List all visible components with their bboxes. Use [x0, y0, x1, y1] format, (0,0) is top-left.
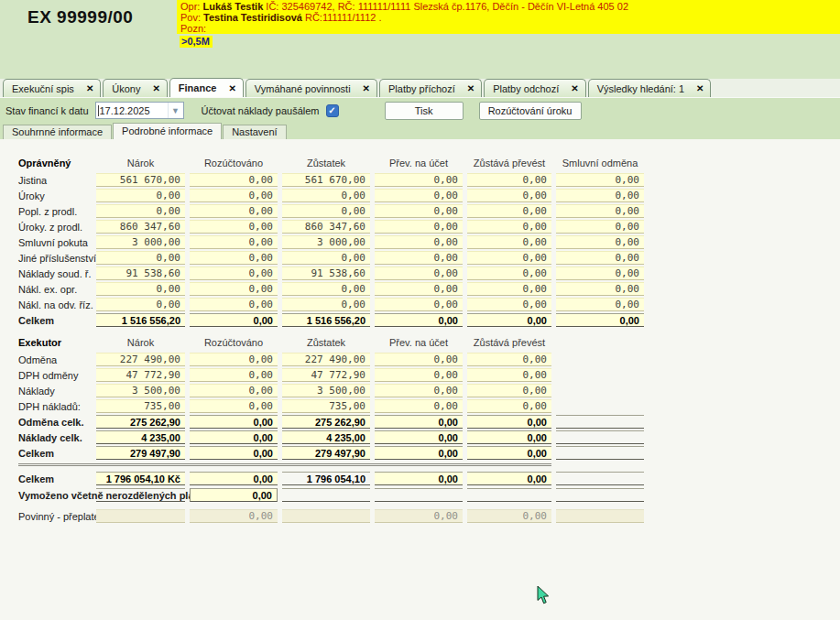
tab-4[interactable]: Platby příchozí✕: [379, 79, 482, 97]
column-header: Zůstatek: [282, 337, 370, 348]
row-label: Náklady soud. ř.: [18, 268, 92, 279]
tab-close-icon[interactable]: ✕: [228, 83, 235, 93]
value-cell: 275 262,90: [96, 415, 185, 429]
table-row: Smluvní pokuta3 000,000,003 000,000,000,…: [18, 234, 644, 250]
header-row: OprávněnýNárokRozúčtovánoZůstatekPřev. n…: [18, 156, 644, 169]
value-cell: 0,00: [375, 509, 463, 523]
table-row: Odměna227 490,000,00227 490,000,000,00: [18, 352, 644, 367]
paushal-checkbox[interactable]: ✓: [326, 104, 339, 117]
table-row: Náklady celk.4 235,000,004 235,000,000,0…: [18, 430, 644, 445]
value-cell: 3 500,00: [282, 384, 370, 397]
print-button[interactable]: Tisk: [385, 102, 464, 120]
interest-allocation-button[interactable]: Rozúčtování úroku: [479, 102, 582, 120]
row-label: Nákl. na odv. říz.: [18, 299, 92, 310]
value-cell: 0,00: [96, 298, 185, 311]
row-label: Náklady celk.: [18, 432, 92, 443]
section-divider: [18, 463, 551, 466]
value-cell: 1 516 556,20: [96, 313, 185, 327]
table-row: DPH nákladů:735,000,00735,000,000,00: [18, 398, 644, 414]
tab-close-icon[interactable]: ✕: [571, 83, 578, 93]
tab-3[interactable]: Vymáhané povinnosti✕: [245, 79, 377, 97]
value-cell: 47 772,90: [96, 368, 185, 382]
subtab-2[interactable]: Nastavení: [223, 125, 287, 139]
table-row: Nákl. ex. opr.0,000,000,000,000,000,00: [18, 281, 644, 297]
subtab-0[interactable]: Souhrnné informace: [3, 125, 112, 139]
row-label: Úroky: [18, 190, 92, 201]
value-cell: 860 347,60: [282, 220, 370, 234]
tab-2[interactable]: Finance✕: [169, 78, 244, 97]
tab-bar: Exekuční spis✕Úkony✕Finance✕Vymáhané pov…: [0, 79, 840, 98]
table-row: Úroky0,000,000,000,000,000,00: [18, 188, 644, 203]
table-row: Nákl. na odv. říz.0,000,000,000,000,000,…: [18, 297, 644, 312]
row-label: Odměna: [18, 354, 92, 365]
value-cell: 0,00: [375, 415, 463, 429]
value-cell: 0,00: [467, 204, 551, 218]
value-cell: 0,00: [375, 313, 463, 327]
section-summary: Celkem1 796 054,10 Kč0,001 796 054,100,0…: [18, 471, 644, 524]
value-cell: 0,00: [96, 282, 185, 296]
row-label: Nákl. ex. opr.: [18, 284, 92, 295]
section-title: Exekutor: [18, 337, 92, 348]
value-cell: 0,00: [467, 368, 551, 382]
value-cell: 0,00: [467, 173, 551, 187]
value-cell: 0,00: [467, 399, 551, 413]
value-cell: 0,00: [467, 220, 551, 234]
table-row: Celkem1 516 556,200,001 516 556,200,000,…: [18, 312, 644, 328]
opr-name: Lukáš Testik: [202, 1, 263, 12]
value-cell: 0,00: [375, 399, 463, 413]
value-cell: 0,00: [467, 353, 551, 366]
value-cell: 0,00: [190, 472, 278, 485]
date-input[interactable]: 17.12.2025 ▼: [95, 102, 184, 119]
value-cell: 0,00: [467, 313, 551, 327]
value-cell: 0,00: [96, 204, 185, 218]
tab-0[interactable]: Exekuční spis✕: [3, 79, 101, 97]
value-cell: 0,00: [467, 415, 551, 429]
header-band: EX 99999/00 Opr: Lukáš Testik IČ: 325469…: [0, 0, 840, 79]
column-header: Zůstává převést: [467, 337, 551, 348]
value-cell: 0,00: [375, 298, 463, 311]
value-cell: 0,00: [282, 282, 370, 296]
column-header: Nárok: [96, 337, 185, 348]
value-cell: 91 538,60: [96, 266, 185, 280]
value-cell: 91 538,60: [282, 266, 370, 280]
value-cell: 4 235,00: [282, 430, 370, 444]
value-cell: 4 235,00: [96, 430, 185, 444]
value-cell: 0,00: [190, 282, 278, 296]
value-cell: 3 500,00: [96, 384, 185, 397]
value-cell: 0,00: [190, 399, 278, 413]
subtab-bar: Souhrnné informacePodrobné informaceNast…: [0, 123, 840, 139]
tab-label: Finance: [179, 82, 217, 93]
tab-close-icon[interactable]: ✕: [467, 83, 475, 93]
value-cell: 0,00: [467, 446, 551, 460]
date-dropdown-button[interactable]: ▼: [168, 103, 183, 118]
row-label: DPH nákladů:: [18, 401, 92, 412]
value-cell: 0,00: [375, 384, 463, 397]
table-row: Jistina561 670,000,00561 670,000,000,000…: [18, 172, 644, 188]
finance-page: { "colors": { "band_green": "#d4e6c5", "…: [0, 0, 840, 620]
value-cell: 0,00: [375, 353, 463, 366]
tab-label: Vymáhané povinnosti: [255, 83, 351, 94]
value-cell: 0,00: [467, 189, 551, 202]
pozn-line: Pozn:: [180, 23, 836, 34]
subtab-1[interactable]: Podrobné informace: [113, 123, 222, 139]
finance-toolbar: Stav financí k datu 17.12.2025 ▼ Účtovat…: [0, 98, 840, 123]
date-value: 17.12.2025: [96, 105, 168, 116]
value-cell: 0,00: [190, 189, 278, 202]
tab-close-icon[interactable]: ✕: [363, 83, 370, 93]
row-label: Popl. z prodl.: [18, 206, 92, 217]
tab-label: Exekuční spis: [12, 83, 74, 94]
case-number: EX 99999/00: [27, 7, 133, 27]
table-row: Náklady3 500,000,003 500,000,000,00: [18, 383, 644, 398]
value-cell: 0,00: [556, 251, 644, 265]
value-cell: 1 516 556,20: [282, 313, 370, 327]
value-cell: 0,00: [467, 298, 551, 311]
tab-1[interactable]: Úkony✕: [103, 79, 168, 97]
tab-close-icon[interactable]: ✕: [696, 83, 704, 93]
tab-5[interactable]: Platby odchozí✕: [484, 79, 586, 97]
tab-close-icon[interactable]: ✕: [86, 83, 93, 93]
table-row: Vymoženo včetně nerozdělených plateb0,00: [18, 487, 644, 503]
value-cell: 0,00: [282, 189, 370, 202]
tab-6[interactable]: Výsledky hledání: 1✕: [588, 79, 712, 97]
value-cell: 0,00: [190, 235, 278, 249]
tab-close-icon[interactable]: ✕: [152, 83, 159, 93]
